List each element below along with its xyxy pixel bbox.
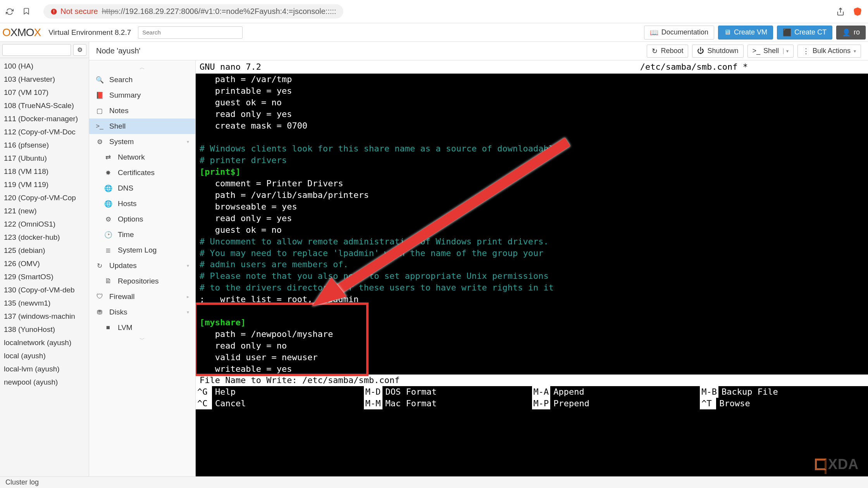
create-vm-button[interactable]: 🖥Create VM	[718, 26, 773, 40]
power-icon: ⏻	[697, 47, 704, 55]
proxmox-logo: OXMOX	[0, 26, 43, 39]
tree-item[interactable]: 130 (Copy-of-VM-deb	[0, 284, 89, 297]
menu-system[interactable]: ⚙System▾	[89, 134, 195, 149]
tree-item[interactable]: 103 (Harvester)	[0, 73, 89, 86]
documentation-button[interactable]: 📖Documentation	[644, 26, 714, 40]
book-icon: 📖	[650, 28, 658, 37]
tree-item[interactable]: 107 (VM 107)	[0, 86, 89, 99]
gear-icon: ⚙	[95, 138, 104, 146]
user-menu-button[interactable]: 👤ro	[836, 26, 866, 40]
tree-item[interactable]: 121 (new)	[0, 204, 89, 218]
node-side-menu: ︿ 🔍Search 📕Summary ▢Notes >_Shell ⚙Syste…	[89, 60, 196, 476]
nano-shortcut: ^TBrowse	[700, 398, 868, 409]
svg-rect-1	[53, 10, 54, 12]
tree-item[interactable]: local-lvm (ayush)	[0, 363, 89, 376]
network-icon: ⇄	[104, 153, 112, 162]
global-search-input[interactable]	[138, 26, 243, 39]
menu-updates[interactable]: ↻Updates▾	[89, 258, 195, 273]
svg-rect-2	[53, 13, 54, 14]
tree-item[interactable]: 123 (docker-hub)	[0, 231, 89, 244]
annotation-highlight	[196, 302, 369, 376]
tree-item[interactable]: 116 (pfsense)	[0, 139, 89, 152]
menu-search[interactable]: 🔍Search	[89, 72, 195, 88]
cert-icon: ✸	[104, 169, 112, 177]
tree-item[interactable]: 108 (TrueNAS-Scale)	[0, 99, 89, 112]
tree-item[interactable]: newpool (ayush)	[0, 376, 89, 389]
menu-dns[interactable]: 🌐DNS	[89, 180, 195, 196]
scroll-down-icon[interactable]: ﹀	[89, 335, 195, 344]
menu-lvm[interactable]: ■LVM	[89, 320, 195, 335]
menu-time[interactable]: 🕑Time	[89, 227, 195, 242]
menu-icon: ⋮	[803, 47, 809, 55]
shutdown-button[interactable]: ⏻Shutdown	[692, 45, 743, 58]
menu-certificates[interactable]: ✸Certificates	[89, 165, 195, 180]
tree-item[interactable]: 137 (windows-machin	[0, 310, 89, 323]
menu-syslog[interactable]: ≣System Log	[89, 242, 195, 258]
menu-hosts[interactable]: 🌐Hosts	[89, 196, 195, 211]
tree-item[interactable]: 100 (HA)	[0, 60, 89, 73]
env-label: Virtual Environment 8.2.7	[48, 28, 131, 37]
menu-notes[interactable]: ▢Notes	[89, 103, 195, 119]
terminal-icon: >_	[95, 122, 104, 130]
tree-item[interactable]: 120 (Copy-of-VM-Cop	[0, 191, 89, 204]
monitor-icon: 🖥	[724, 28, 731, 36]
clock-icon: 🕑	[104, 231, 112, 239]
scroll-up-icon[interactable]: ︿	[89, 64, 195, 72]
cube-icon: ⬛	[783, 28, 791, 37]
settings-button[interactable]: ⚙	[73, 44, 86, 56]
shell-terminal[interactable]: GNU nano 7.2 /etc/samba/smb.conf * path …	[196, 60, 868, 476]
nano-shortcut: M-PPrepend	[532, 398, 700, 409]
search-icon: 🔍	[95, 76, 104, 84]
gear-icon: ⚙	[104, 215, 112, 223]
nano-shortcut: M-BBackup File	[700, 386, 868, 398]
user-icon: 👤	[842, 28, 851, 37]
browser-address-bar: Not secure https://192.168.29.227:8006/#…	[0, 0, 868, 23]
menu-firewall[interactable]: 🛡Firewall▸	[89, 289, 195, 304]
tree-item[interactable]: 125 (debian)	[0, 244, 89, 257]
book-icon: 📕	[95, 91, 104, 100]
tree-item[interactable]: 135 (newvm1)	[0, 297, 89, 310]
menu-shell[interactable]: >_Shell	[89, 119, 195, 134]
tree-item[interactable]: localnetwork (ayush)	[0, 336, 89, 349]
note-icon: ▢	[95, 107, 104, 115]
globe-icon: 🌐	[104, 184, 112, 192]
reboot-icon: ↻	[652, 47, 658, 55]
bulk-actions-button[interactable]: ⋮Bulk Actions▾	[797, 45, 861, 58]
square-icon: ■	[104, 324, 112, 332]
shell-button[interactable]: >_Shell│ ▾	[747, 45, 794, 58]
file-icon: 🗎	[104, 277, 112, 285]
reboot-button[interactable]: ↻Reboot	[647, 45, 688, 58]
tree-item[interactable]: 117 (Ubuntu)	[0, 152, 89, 165]
tree-item[interactable]: local (ayush)	[0, 349, 89, 363]
reload-icon[interactable]	[5, 7, 14, 16]
menu-disks[interactable]: ⛃Disks▾	[89, 304, 195, 320]
tree-item[interactable]: 118 (VM 118)	[0, 165, 89, 178]
tree-item[interactable]: 129 (SmartOS)	[0, 270, 89, 284]
content-header: Node 'ayush' ↻Reboot ⏻Shutdown >_Shell│ …	[89, 42, 868, 60]
tree-item[interactable]: 138 (YunoHost)	[0, 323, 89, 336]
url-text: https://192.168.29.227:8006/#v1:0:=node%…	[102, 7, 336, 16]
url-bar[interactable]: Not secure https://192.168.29.227:8006/#…	[43, 4, 343, 19]
menu-summary[interactable]: 📕Summary	[89, 88, 195, 103]
create-ct-button[interactable]: ⬛Create CT	[777, 26, 832, 40]
bookmark-icon[interactable]	[22, 7, 31, 16]
tree-item[interactable]: 122 (OmniOS1)	[0, 218, 89, 231]
share-icon[interactable]	[836, 7, 845, 16]
tree-item[interactable]: 119 (VM 119)	[0, 178, 89, 191]
menu-network[interactable]: ⇄Network	[89, 149, 195, 165]
brave-icon[interactable]	[852, 7, 863, 17]
nano-shortcut: M-DDOS Format	[364, 386, 532, 398]
resource-tree[interactable]: 100 (HA)103 (Harvester)107 (VM 107)108 (…	[0, 58, 89, 476]
nano-prompt: File Name to Write: /etc/samba/smb.conf	[196, 375, 868, 386]
nano-footer: ^GHelp^CCancelM-DDOS FormatM-MMac Format…	[196, 386, 868, 409]
tree-item[interactable]: 126 (OMV)	[0, 257, 89, 270]
tree-item[interactable]: 112 (Copy-of-VM-Doc	[0, 125, 89, 139]
nano-shortcut: M-MMac Format	[364, 398, 532, 409]
tree-item[interactable]: 111 (Docker-manager)	[0, 112, 89, 125]
menu-repositories[interactable]: 🗎Repositories	[89, 273, 195, 289]
globe-icon: 🌐	[104, 200, 112, 208]
status-bar[interactable]: Cluster log	[0, 476, 868, 488]
menu-options[interactable]: ⚙Options	[89, 211, 195, 227]
view-selector[interactable]	[2, 44, 71, 56]
shield-icon: 🛡	[95, 293, 104, 301]
